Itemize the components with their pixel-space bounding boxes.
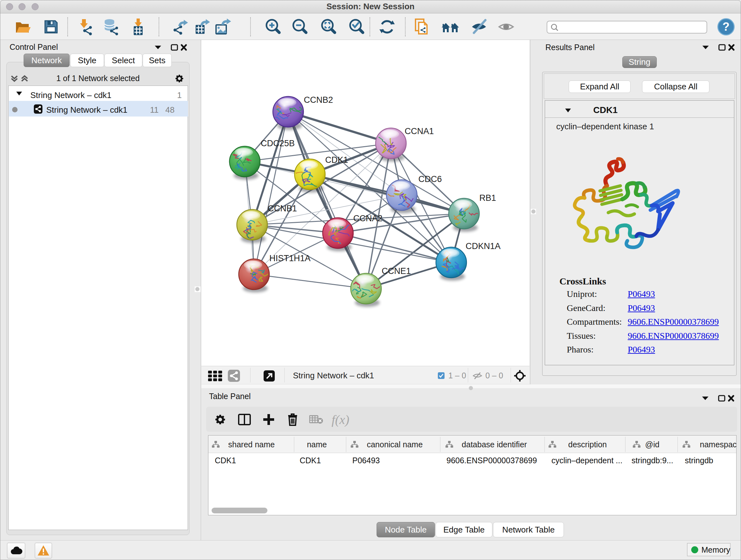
svg-text:CDKN1A: CDKN1A — [466, 241, 501, 251]
svg-text:CDC25B: CDC25B — [261, 138, 295, 148]
svg-text:CDK1: CDK1 — [325, 155, 348, 165]
svg-text:RB1: RB1 — [479, 193, 496, 203]
svg-text:CCNA2: CCNA2 — [353, 213, 383, 223]
svg-text:CCNE1: CCNE1 — [382, 266, 411, 276]
svg-text:CCNB1: CCNB1 — [268, 204, 297, 213]
svg-text:CDC6: CDC6 — [418, 174, 442, 184]
svg-text:CCNA1: CCNA1 — [405, 126, 434, 136]
svg-text:CCNB2: CCNB2 — [304, 95, 333, 105]
svg-text:HIST1H1A: HIST1H1A — [269, 253, 311, 263]
